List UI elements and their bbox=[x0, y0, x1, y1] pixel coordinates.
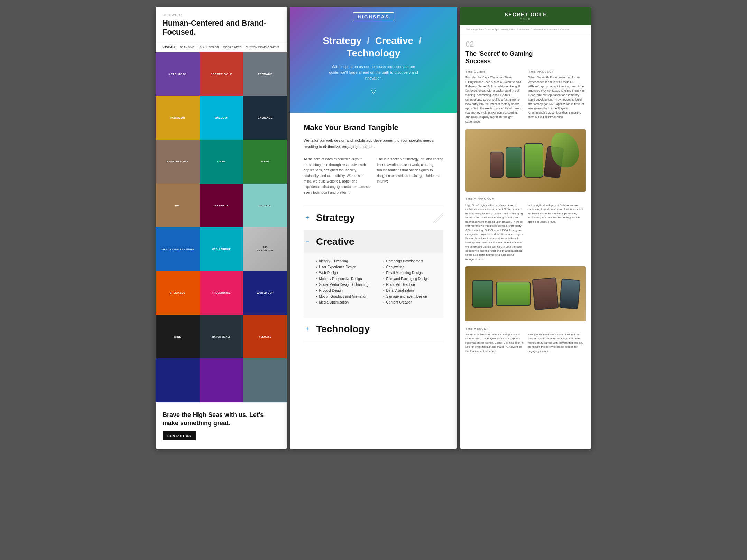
list-item[interactable]: MEDIABRIDGE bbox=[200, 227, 243, 271]
portfolio-item-label: PARAGON bbox=[168, 115, 186, 121]
strategy-deco bbox=[433, 213, 443, 223]
list-item[interactable]: TELMATE bbox=[243, 315, 287, 359]
list-item[interactable]: RW bbox=[156, 184, 200, 227]
list-item[interactable]: DASH bbox=[200, 140, 243, 184]
page-headline: Human-Centered and Brand-Focused. bbox=[163, 19, 280, 37]
hero-word1: Strategy bbox=[323, 35, 361, 46]
accordion-creative-header[interactable]: − Creative bbox=[304, 230, 443, 253]
list-item[interactable]: JAMBASE bbox=[243, 96, 287, 140]
portfolio-item-label: HATCHIVE ALT bbox=[211, 334, 232, 339]
portfolio-item-label: DASH bbox=[260, 159, 270, 164]
list-item[interactable]: PARAGON bbox=[156, 96, 200, 140]
contact-button[interactable]: CONTACT US bbox=[163, 431, 196, 440]
technology-title: Technology bbox=[316, 324, 370, 335]
secret-golf-sub: TOUR bbox=[465, 18, 586, 20]
list-item[interactable]: KETO MOJO bbox=[156, 52, 200, 96]
brand-two-col: At the core of each experience is your b… bbox=[304, 157, 443, 195]
accordion-strategy-header[interactable]: + Strategy bbox=[304, 206, 443, 230]
portfolio-item-label: TRUSSOURCE bbox=[211, 290, 232, 296]
case-client-col: THE CLIENT Founded by Major Champion Ste… bbox=[465, 70, 523, 124]
brand-col1: At the core of each experience is your b… bbox=[304, 157, 370, 195]
list-item[interactable] bbox=[156, 358, 200, 402]
nav-view-all[interactable]: VIEW ALL bbox=[163, 46, 176, 49]
phone-screen bbox=[490, 152, 503, 177]
creative-collapse-icon: − bbox=[304, 238, 311, 245]
svg-line-0 bbox=[433, 213, 443, 223]
phone-screen bbox=[525, 144, 543, 177]
phone-mockup bbox=[490, 152, 504, 178]
brand-col2: The intersection of strategy, art, and c… bbox=[377, 157, 443, 195]
left-header: OUR WORK Human-Centered and Brand-Focuse… bbox=[156, 7, 287, 43]
service-item: Signage and Event Design bbox=[383, 293, 443, 299]
list-item[interactable]: LILAH B. bbox=[243, 184, 287, 227]
case-title: The 'Secret' to Gaming Success bbox=[465, 50, 586, 65]
service-item: Email Marketing Design bbox=[383, 270, 443, 276]
left-footer: Brave the High Seas with us. Let's make … bbox=[156, 402, 287, 449]
list-item[interactable]: HATCHIVE ALT bbox=[200, 315, 243, 359]
portfolio-item-label: SECRET GOLF bbox=[209, 71, 233, 77]
project-text: When Secret Golf was searching for an ex… bbox=[528, 75, 586, 120]
portfolio-item-label: TELMATE bbox=[258, 334, 273, 339]
portfolio-item-label: KETO MOJO bbox=[167, 71, 188, 77]
list-item[interactable] bbox=[200, 358, 243, 402]
service-item: Social Media Design + Branding bbox=[316, 282, 376, 288]
list-item[interactable]: ASTARTE bbox=[200, 184, 243, 227]
service-col2: Campaign Development Copywriting Email M… bbox=[383, 258, 443, 305]
portfolio-item-label: LILAH B. bbox=[257, 203, 273, 208]
list-item[interactable]: SECRET GOLF bbox=[200, 52, 243, 96]
phone-screen bbox=[506, 147, 522, 177]
right-content: 02 The 'Secret' to Gaming Success THE CL… bbox=[460, 34, 591, 359]
portfolio-item-label: JAMBASE bbox=[256, 115, 274, 121]
service-item: User Experience Design bbox=[316, 264, 376, 270]
brand-intro: We tailor our web design and mobile app … bbox=[304, 138, 443, 150]
list-item[interactable]: WILLOW bbox=[200, 96, 243, 140]
list-item[interactable] bbox=[243, 358, 287, 402]
nav-branding[interactable]: BRANDING bbox=[180, 46, 194, 49]
list-item[interactable]: WINE bbox=[156, 315, 200, 359]
portfolio-item-label: WORLD CUP bbox=[256, 290, 275, 296]
case-info-columns: THE CLIENT Founded by Major Champion Ste… bbox=[465, 70, 586, 124]
service-item: Data Visualization bbox=[383, 288, 443, 293]
approach-section: THE APPROACH High Seas' highly skilled a… bbox=[465, 197, 586, 261]
nav-mobile[interactable]: MOBILE APPS bbox=[223, 46, 241, 49]
svg-line-1 bbox=[435, 215, 443, 223]
tablet-mockup bbox=[532, 278, 559, 311]
portfolio-item-label: 701THE MOVIE bbox=[255, 245, 275, 254]
accordion-strategy: + Strategy bbox=[304, 206, 443, 230]
right-panel: SECRET GOLF TOUR API Integration / Custo… bbox=[460, 7, 591, 449]
hero-headline: Strategy / Creative / Technology bbox=[304, 35, 443, 60]
service-item: Mobile / Responsive Design bbox=[316, 276, 376, 282]
list-item[interactable]: RAMBLERS WAY bbox=[156, 140, 200, 184]
case-image-phones bbox=[465, 129, 586, 192]
nav-custom[interactable]: CUSTOM DEVELOPMENT bbox=[246, 46, 279, 49]
portfolio-item-label: SPECIALUS bbox=[168, 290, 187, 296]
creative-title: Creative bbox=[316, 236, 354, 247]
hero-arrow-icon: ▽ bbox=[371, 88, 376, 95]
hero-word2: Creative bbox=[375, 35, 414, 46]
list-item[interactable]: DASH bbox=[243, 140, 287, 184]
portfolio-item-label: TERRANE bbox=[257, 71, 274, 77]
accordion-creative: − Creative Identity + Branding User Expe… bbox=[304, 230, 443, 317]
technology-expand-icon: + bbox=[304, 325, 311, 333]
phone-mockup bbox=[524, 143, 543, 178]
hero-subtitle: With inspiration as our compass and user… bbox=[329, 64, 418, 81]
brand-headline: Make Your Brand Tangible bbox=[304, 123, 443, 132]
accordion-technology-header[interactable]: + Technology bbox=[304, 317, 443, 341]
service-item: Identity + Branding bbox=[316, 258, 376, 264]
list-item[interactable]: WORLD CUP bbox=[243, 271, 287, 315]
service-item: Product Design bbox=[316, 288, 376, 293]
list-item[interactable]: TRUSSOURCE bbox=[200, 271, 243, 315]
result-col2: New games have been added that include t… bbox=[528, 333, 586, 353]
list-item[interactable]: THE LOS ANGELES MEMBER bbox=[156, 227, 200, 271]
nav-ux[interactable]: UX / UI DESIGN bbox=[199, 46, 219, 49]
list-item[interactable]: TERRANE bbox=[243, 52, 287, 96]
result-columns: Secret Golf launched to the iOS App Stor… bbox=[465, 333, 586, 353]
service-item: Print and Packaging Design bbox=[383, 276, 443, 282]
hero-slash1: / bbox=[367, 35, 372, 46]
result-label: THE RESULT bbox=[465, 327, 586, 330]
portfolio-item-label: RW bbox=[174, 203, 181, 208]
list-item[interactable]: 701THE MOVIE bbox=[243, 227, 287, 271]
list-item[interactable]: SPECIALUS bbox=[156, 271, 200, 315]
client-label: THE CLIENT bbox=[465, 70, 523, 73]
phone-mockup bbox=[506, 147, 522, 178]
